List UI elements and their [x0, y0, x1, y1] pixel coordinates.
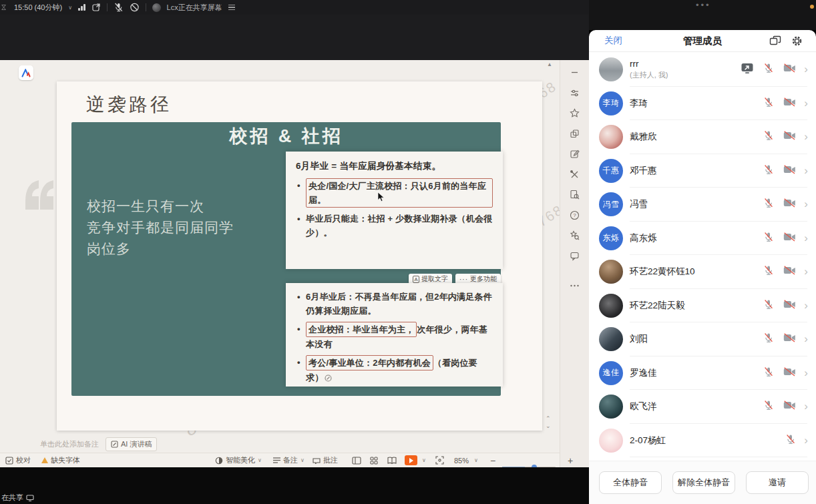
slide-nav-arrows[interactable]: ⌃⌄	[546, 415, 551, 430]
chevron-right-icon[interactable]: ›	[804, 166, 808, 176]
normal-view-button[interactable]	[352, 453, 361, 467]
chevron-right-icon[interactable]: ›	[804, 402, 808, 411]
member-name: 罗逸佳	[630, 367, 657, 379]
member-row[interactable]: 冯雪 冯雪 ›	[589, 188, 816, 222]
camera-off-icon[interactable]	[783, 97, 796, 109]
slide-canvas[interactable]: 逆袭路径 校招 & 社招 校招一生只有一次竞争对手都是同届同学岗位多 6月毕业 …	[57, 81, 542, 431]
open-window-icon[interactable]	[91, 3, 101, 12]
ai-speech-button[interactable]: AI 演讲稿	[106, 437, 157, 451]
reading-view-button[interactable]	[387, 453, 397, 467]
mic-muted-icon[interactable]	[763, 164, 774, 178]
highlight-box: 企业校招：毕业当年为主，	[306, 322, 417, 337]
quote-decoration	[24, 172, 55, 226]
camera-off-icon[interactable]	[130, 3, 140, 12]
mic-muted-icon[interactable]	[785, 434, 796, 447]
mic-muted-icon[interactable]	[763, 130, 774, 144]
member-row[interactable]: 环艺22陆天毅 ›	[589, 289, 816, 323]
mic-muted-icon[interactable]	[763, 198, 774, 211]
slide-sorter-view-button[interactable]	[370, 453, 378, 467]
member-row[interactable]: 2-07杨虹 ›	[589, 424, 816, 458]
chevron-right-icon[interactable]: ›	[804, 234, 808, 243]
zoom-slider[interactable]	[502, 460, 556, 467]
footer-button[interactable]: 解除全体静音	[672, 471, 735, 494]
shapes-icon[interactable]	[569, 128, 580, 140]
smart-find-icon[interactable]	[569, 230, 580, 241]
member-row[interactable]: 逸佳 罗逸佳	[589, 356, 816, 391]
find-in-document-icon[interactable]	[569, 189, 580, 200]
favorite-star-icon[interactable]	[569, 107, 580, 119]
camera-off-icon[interactable]	[783, 300, 796, 312]
mic-muted-icon[interactable]	[763, 232, 774, 245]
smart-beautify-button[interactable]: 智能美化∨	[215, 453, 262, 467]
sharer-avatar	[152, 3, 161, 12]
notes-placeholder[interactable]: 单击此处添加备注	[40, 439, 99, 449]
chevron-right-icon[interactable]: ›	[804, 267, 808, 276]
mic-muted-icon[interactable]	[763, 97, 774, 110]
annotate-button[interactable]: 批注	[313, 453, 338, 467]
camera-off-icon[interactable]	[783, 367, 796, 379]
chevron-right-icon[interactable]: ›	[804, 200, 808, 209]
window-handle-dots[interactable]: •••	[696, 0, 711, 10]
member-row[interactable]: 东烁 高东烁	[589, 222, 816, 256]
chevron-down-icon[interactable]: ∨	[68, 5, 72, 11]
member-row[interactable]: 刘阳 ›	[589, 322, 816, 356]
signature-icon[interactable]	[569, 148, 580, 160]
scroll-up-arrow[interactable]: ▲	[547, 61, 552, 67]
link-icon[interactable]	[325, 372, 332, 386]
tools-icon[interactable]	[569, 169, 580, 180]
chevron-right-icon[interactable]: ›	[804, 436, 808, 445]
comment-bubble-icon[interactable]	[569, 250, 580, 262]
zoom-out-button[interactable]: −	[490, 453, 495, 467]
chevron-right-icon[interactable]: ›	[804, 65, 808, 74]
missing-font-warning[interactable]: 缺失字体	[41, 453, 80, 467]
bullet-item: 央企/国企/大厂主流校招：只认6月前的当年应届。	[296, 178, 493, 208]
adjust-sliders-icon[interactable]	[569, 87, 580, 99]
settings-gear-icon[interactable]	[791, 35, 803, 49]
mic-muted-icon[interactable]	[763, 265, 774, 278]
chevron-right-icon[interactable]: ›	[804, 132, 808, 142]
chevron-right-icon[interactable]: ›	[804, 301, 808, 310]
slide-title: 逆袭路径	[86, 92, 172, 117]
mic-muted-icon[interactable]	[763, 299, 774, 312]
camera-off-icon[interactable]	[783, 131, 796, 143]
mic-muted-icon[interactable]	[114, 3, 124, 12]
more-tools-icon[interactable]	[569, 280, 580, 291]
member-row[interactable]: 李琦 李琦 ›	[589, 87, 816, 121]
popout-window-icon[interactable]	[769, 35, 781, 49]
chevron-right-icon[interactable]: ›	[804, 99, 808, 108]
member-row[interactable]: 千惠 邓千惠	[589, 154, 816, 188]
footer-button[interactable]: 全体静音	[599, 471, 662, 494]
member-row[interactable]: 欧飞洋 ›	[589, 390, 816, 424]
camera-off-icon[interactable]	[783, 165, 796, 177]
slideshow-play-button[interactable]: ∨	[405, 453, 426, 467]
camera-off-icon[interactable]	[783, 63, 796, 75]
member-row[interactable]: 戴雅欣 ›	[589, 120, 816, 154]
intro-line: 校招一生只有一次	[87, 196, 234, 217]
zoom-level[interactable]: 85%∨	[454, 453, 478, 467]
collapse-icon[interactable]	[569, 67, 580, 78]
fit-to-window-button[interactable]	[435, 453, 444, 467]
mic-muted-icon[interactable]	[763, 400, 774, 413]
menu-icon[interactable]	[228, 5, 235, 10]
meeting-bottom-strip: 在共享	[0, 467, 589, 504]
presentation-app-logo-icon[interactable]	[19, 65, 33, 80]
camera-off-icon[interactable]	[783, 333, 796, 345]
member-avatar: 冯雪	[599, 192, 623, 216]
meeting-duration[interactable]: 15:50 (40分钟)	[14, 3, 62, 13]
member-row[interactable]: 环艺22黄怀钰10 ›	[589, 255, 816, 289]
member-row[interactable]: rrr (主持人, 我) ›	[589, 53, 816, 87]
chevron-right-icon[interactable]: ›	[804, 334, 808, 344]
camera-off-icon[interactable]	[783, 266, 796, 278]
footer-button[interactable]: 邀请	[746, 471, 809, 494]
help-icon[interactable]: ?	[569, 210, 580, 221]
proofread-button[interactable]: 校对	[5, 453, 31, 467]
camera-off-icon[interactable]	[783, 232, 796, 244]
notes-toggle-button[interactable]: 备注∨	[273, 453, 304, 467]
mic-muted-icon[interactable]	[763, 63, 774, 76]
zoom-in-button[interactable]: +	[568, 453, 573, 467]
camera-off-icon[interactable]	[783, 401, 796, 413]
camera-off-icon[interactable]	[783, 198, 796, 210]
mic-muted-icon[interactable]	[763, 366, 774, 380]
chevron-right-icon[interactable]: ›	[804, 368, 808, 378]
mic-muted-icon[interactable]	[763, 332, 774, 346]
